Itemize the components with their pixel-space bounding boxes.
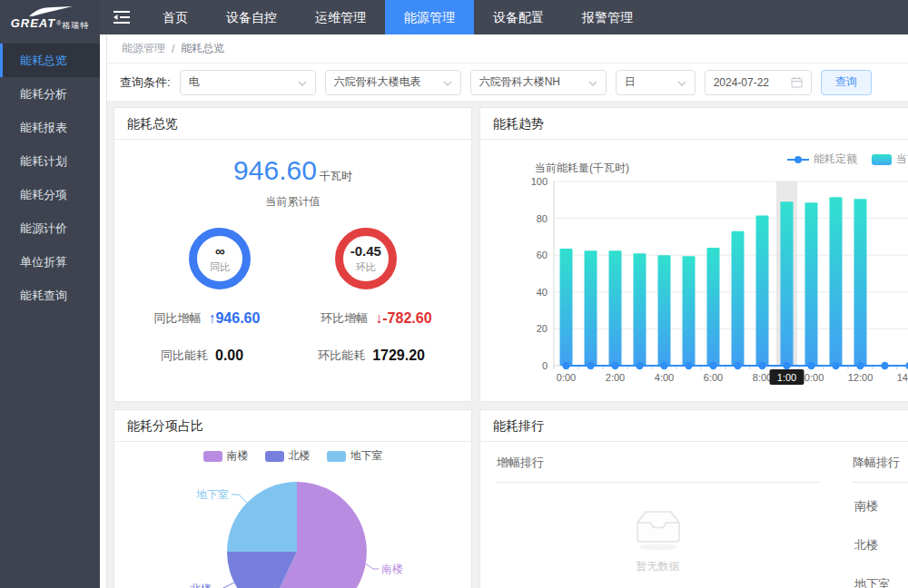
mom-ring: -0.45 环比 [335,228,397,289]
calendar-icon [791,76,803,88]
mom-ring-label: 环比 [356,260,376,274]
legend-item-line[interactable]: 能耗定额 [787,152,857,167]
current-total-value: 946.60 [233,155,317,185]
logo-brand: GREAT [11,18,56,29]
increase-ranking-label: 增幅排行 [497,455,819,471]
date-picker[interactable]: 2024-07-22 [705,70,812,95]
legend-label: 地下室 [350,448,383,464]
bar-marker-icon [872,154,892,165]
ranking-card: 能耗排行 增幅排行 暂无数据 [479,409,908,588]
query-select-1[interactable]: 六院骨科大楼电表 [325,70,461,95]
top-nav-item-3[interactable]: 能源管理 [385,0,474,34]
decrease-ranking-divider [853,482,908,483]
query-select-2[interactable]: 六院骨科大楼NH [470,70,607,95]
menu-fold-icon[interactable] [100,0,143,34]
rank-item-2: 地下室 [853,576,908,588]
svg-text:1:00: 1:00 [777,372,796,383]
sidebar-item-6[interactable]: 单位折算 [0,245,100,279]
sidebar-item-3[interactable]: 能耗计划 [0,144,100,178]
svg-text:0:00: 0:00 [557,372,576,383]
trend-legend: 能耗定额当前能耗 [787,152,908,167]
sidebar-item-5[interactable]: 能源计价 [0,211,100,245]
svg-text:12:00: 12:00 [848,372,873,383]
legend-label: 北楼 [289,448,311,464]
select-value: 电 [189,74,200,90]
svg-text:地下室: 地下室 [196,488,229,501]
pie-legend-item-2[interactable]: 地下室 [327,448,383,464]
yoy-energy-label: 同比能耗 [161,348,208,364]
legend-item-bar[interactable]: 当前能耗 [872,152,908,167]
mom-energy: 环比能耗 1729.20 [318,348,425,364]
svg-text:4:00: 4:00 [655,372,674,383]
logo-brand-cn: 格瑞特 [62,20,89,31]
current-total-unit: 千瓦时 [320,170,352,182]
svg-text:8:00: 8:00 [753,372,772,383]
svg-text:2:00: 2:00 [606,372,625,383]
overview-card-title: 能耗总览 [114,108,471,140]
select-value: 六院骨科大楼NH [479,74,560,90]
app-root: GREAT®格瑞特 首页设备自控运维管理能源管理设备配置报警管理 能耗总览能耗分… [0,0,908,588]
query-bar: 查询条件: 电六院骨科大楼电表六院骨科大楼NH日 2024-07-22 查询 [107,64,908,101]
rank-item-0: 南楼 [853,498,908,514]
legend-label: 当前能耗 [896,152,908,167]
line-marker-icon [787,155,809,164]
mom-growth-label: 环比增幅 [321,310,368,327]
pie-marker-icon [327,451,346,462]
date-value: 2024-07-22 [714,76,769,89]
breadcrumb-current: 能耗总览 [181,41,224,56]
sidebar-item-7[interactable]: 能耗查询 [0,279,100,312]
legend-label: 能耗定额 [814,152,857,167]
breadcrumb: 能源管理 / 能耗总览 [107,34,908,64]
chevron-down-icon [677,76,686,89]
cards-grid: 能耗总览 946.60千瓦时 当前累计值 ∞ 同比 -0.45 [107,101,908,588]
empty-state-text: 暂无数据 [497,559,819,574]
sidebar-item-2[interactable]: 能耗报表 [0,111,100,144]
top-nav-item-4[interactable]: 设备配置 [474,0,563,34]
yoy-ring: ∞ 同比 [189,228,251,289]
trend-chart[interactable]: 0204060801000:002:004:006:008:0010:0012:… [486,171,908,397]
pie-marker-icon [203,451,222,462]
select-value: 六院骨科大楼电表 [334,74,421,90]
top-nav-item-2[interactable]: 运维管理 [296,0,385,34]
top-nav-item-1[interactable]: 设备自控 [207,0,296,34]
search-button[interactable]: 查询 [821,70,872,95]
svg-text:80: 80 [537,213,548,224]
empty-state: 暂无数据 [497,506,819,574]
svg-text:40: 40 [537,287,548,298]
sidebar-item-4[interactable]: 能耗分项 [0,178,100,211]
pie-legend-item-1[interactable]: 北楼 [265,448,311,464]
query-select-0[interactable]: 电 [180,70,316,95]
logo: GREAT®格瑞特 [0,0,100,34]
yoy-growth-value: 946.60 [215,310,260,326]
empty-box-icon [632,506,685,552]
decrease-ranking-section: 降幅排行 南楼北楼地下室 [853,455,908,588]
svg-text:北楼: 北楼 [190,583,212,588]
svg-text:100: 100 [531,176,548,187]
top-nav-item-0[interactable]: 首页 [143,0,207,34]
svg-text:南楼: 南楼 [381,563,403,575]
svg-text:14:00: 14:00 [897,372,908,383]
svg-text:0: 0 [542,360,548,371]
legend-label: 南楼 [227,448,249,464]
chevron-down-icon [298,76,307,89]
trend-card-title: 能耗趋势 [480,108,908,140]
mom-energy-value: 1729.20 [372,348,425,364]
increase-ranking-divider [497,482,819,483]
pie-card-title: 能耗分项占比 [114,410,471,442]
main-content: 能源管理 / 能耗总览 查询条件: 电六院骨科大楼电表六院骨科大楼NH日 202… [107,34,908,588]
ranking-card-title: 能耗排行 [480,410,908,442]
breadcrumb-parent[interactable]: 能源管理 [122,41,165,56]
top-nav-item-5[interactable]: 报警管理 [563,0,652,34]
decrease-ranking-label: 降幅排行 [853,455,908,471]
yoy-ring-label: 同比 [210,260,230,274]
pie-legend-item-0[interactable]: 南楼 [203,448,249,464]
sidebar-item-1[interactable]: 能耗分析 [0,77,100,111]
pie-chart[interactable]: 南楼北楼地下室 [115,467,472,588]
mom-growth-value: -782.60 [382,310,431,326]
mom-energy-label: 环比能耗 [318,348,365,364]
pie-legend: 南楼北楼地下室 [114,448,471,464]
query-select-3[interactable]: 日 [616,70,696,95]
yoy-ring-value: ∞ [215,243,225,259]
yoy-growth-label: 同比增幅 [153,310,201,327]
sidebar-item-0[interactable]: 能耗总览 [0,44,100,77]
